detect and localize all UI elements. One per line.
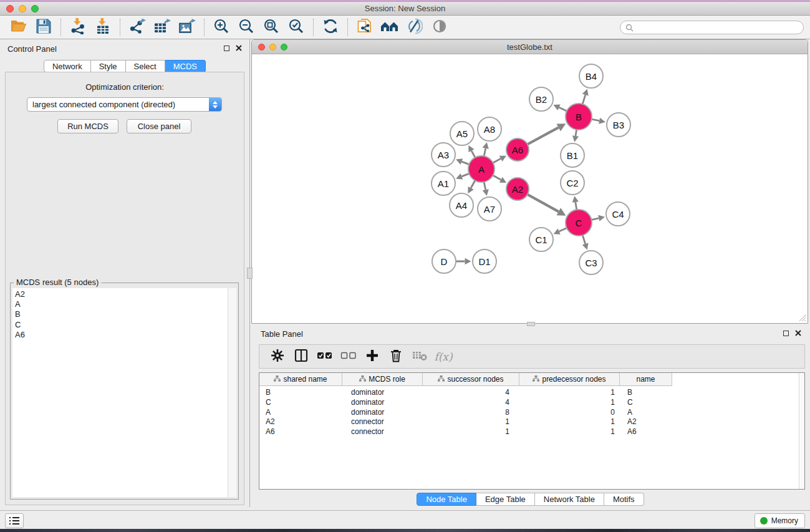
zoom-out-button[interactable] bbox=[234, 17, 259, 38]
tab-network[interactable]: Network bbox=[44, 60, 91, 72]
graph-node-A1[interactable]: A1 bbox=[432, 172, 455, 195]
column-header-predecessor-nodes[interactable]: predecessor nodes bbox=[519, 373, 620, 386]
column-header-shared-name[interactable]: shared name bbox=[259, 373, 342, 386]
column-header-successor-nodes[interactable]: successor nodes bbox=[423, 373, 519, 386]
table-cell[interactable]: 1 bbox=[519, 398, 620, 408]
resize-grip-icon[interactable] bbox=[798, 313, 806, 322]
import-network-button[interactable] bbox=[65, 17, 90, 38]
table-cell[interactable]: A2 bbox=[259, 417, 342, 427]
clone-network-button[interactable] bbox=[352, 17, 377, 38]
table-cell[interactable]: 0 bbox=[519, 408, 620, 418]
table-cell[interactable]: connector bbox=[342, 427, 423, 437]
table-cell[interactable]: 1 bbox=[519, 388, 620, 398]
save-session-button[interactable] bbox=[31, 17, 56, 38]
graph-node-D[interactable]: D bbox=[432, 249, 456, 273]
table-settings-button[interactable] bbox=[266, 346, 289, 367]
mcds-result-item[interactable]: A6 bbox=[15, 330, 228, 340]
table-cell[interactable]: A bbox=[259, 408, 342, 418]
graph-node-A3[interactable]: A3 bbox=[432, 143, 455, 167]
float-panel-icon[interactable] bbox=[224, 46, 229, 51]
run-mcds-button[interactable]: Run MCDS bbox=[57, 119, 118, 133]
table-cell[interactable]: dominator bbox=[342, 388, 423, 398]
table-row[interactable]: Adominator80A bbox=[259, 408, 804, 418]
graph-node-C[interactable]: C bbox=[566, 210, 592, 236]
table-cell[interactable]: 1 bbox=[423, 427, 519, 437]
table-cell[interactable]: A bbox=[620, 408, 672, 418]
task-history-button[interactable] bbox=[5, 513, 24, 528]
table-row[interactable]: A6connector11A6 bbox=[259, 427, 804, 437]
graph-node-B[interactable]: B bbox=[566, 104, 592, 130]
graph-node-B1[interactable]: B1 bbox=[561, 143, 584, 167]
add-entry-button[interactable] bbox=[360, 346, 384, 367]
zoom-selected-button[interactable] bbox=[284, 17, 309, 38]
graph-node-A4[interactable]: A4 bbox=[450, 193, 473, 217]
table-cell[interactable]: A6 bbox=[259, 427, 342, 437]
graph-node-D1[interactable]: D1 bbox=[473, 249, 496, 273]
tab-select[interactable]: Select bbox=[126, 60, 165, 72]
tab-edge-table[interactable]: Edge Table bbox=[476, 493, 535, 506]
table-cell[interactable]: C bbox=[259, 398, 342, 408]
table-row[interactable]: Bdominator41B bbox=[259, 388, 804, 398]
column-header-name[interactable]: name bbox=[620, 373, 672, 386]
open-session-button[interactable] bbox=[6, 17, 31, 38]
graph-node-B2[interactable]: B2 bbox=[529, 87, 553, 111]
table-cell[interactable]: B bbox=[620, 388, 672, 398]
close-table-panel-icon[interactable] bbox=[795, 330, 801, 336]
graph-node-C3[interactable]: C3 bbox=[579, 251, 603, 274]
table-cell[interactable]: 4 bbox=[423, 388, 519, 398]
mcds-result-item[interactable]: B bbox=[15, 309, 228, 319]
graph-node-C4[interactable]: C4 bbox=[606, 202, 630, 226]
tab-mcds[interactable]: MCDS bbox=[165, 60, 206, 72]
graph-node-B4[interactable]: B4 bbox=[579, 64, 603, 88]
graph-node-B3[interactable]: B3 bbox=[607, 113, 630, 137]
table-cell[interactable]: 1 bbox=[519, 417, 620, 427]
table-cell[interactable]: 4 bbox=[423, 398, 519, 408]
graph-node-A8[interactable]: A8 bbox=[478, 117, 501, 141]
graph-node-C2[interactable]: C2 bbox=[561, 171, 584, 195]
graph-node-A5[interactable]: A5 bbox=[450, 122, 474, 145]
close-panel-button[interactable]: Close panel bbox=[127, 119, 191, 133]
zoom-in-button[interactable] bbox=[209, 17, 234, 38]
toggle-graphics-details-button[interactable] bbox=[402, 17, 427, 38]
graph-node-A6[interactable]: A6 bbox=[506, 138, 529, 161]
network-window-titlebar[interactable]: testGlobe.txt bbox=[252, 40, 808, 54]
table-cell[interactable]: dominator bbox=[342, 408, 423, 418]
refresh-view-button[interactable] bbox=[318, 17, 343, 38]
graph-node-C1[interactable]: C1 bbox=[529, 228, 553, 251]
search-input[interactable] bbox=[637, 23, 798, 32]
vertical-splitter-handle[interactable] bbox=[247, 268, 253, 279]
table-row[interactable]: A2connector11A2 bbox=[259, 417, 804, 427]
mcds-result-scrollbar[interactable] bbox=[228, 288, 236, 497]
delete-entry-button[interactable] bbox=[384, 346, 408, 367]
tab-motifs[interactable]: Motifs bbox=[604, 493, 644, 506]
network-canvas[interactable]: B4B2BB3A8A5A6A3B1AA1C2A2A4A7C4CC1DD1C3 bbox=[253, 55, 808, 324]
tab-network-table[interactable]: Network Table bbox=[535, 493, 604, 506]
zoom-fit-button[interactable] bbox=[259, 17, 284, 38]
search-box[interactable] bbox=[620, 21, 804, 34]
tab-style[interactable]: Style bbox=[91, 60, 126, 72]
import-table-button[interactable] bbox=[90, 17, 115, 38]
table-cell[interactable]: connector bbox=[342, 417, 423, 427]
column-header-MCDS-role[interactable]: MCDS role bbox=[342, 373, 423, 386]
table-row[interactable]: Cdominator41C bbox=[259, 398, 804, 408]
graph-node-A[interactable]: A bbox=[468, 156, 494, 182]
table-cell[interactable]: A2 bbox=[620, 417, 672, 427]
close-panel-icon[interactable] bbox=[236, 45, 242, 51]
table-cell[interactable]: 1 bbox=[423, 417, 519, 427]
graph-node-A7[interactable]: A7 bbox=[478, 197, 501, 221]
table-cell[interactable]: B bbox=[259, 388, 342, 398]
show-hide-panel-button[interactable] bbox=[427, 17, 452, 38]
mcds-result-item[interactable]: A2 bbox=[15, 289, 228, 299]
tab-node-table[interactable]: Node Table bbox=[417, 493, 476, 506]
memory-button[interactable]: Memory bbox=[755, 513, 805, 528]
table-cell[interactable]: A6 bbox=[620, 427, 672, 437]
table-cell[interactable]: 1 bbox=[519, 427, 620, 437]
split-panel-button[interactable] bbox=[289, 346, 313, 367]
table-cell[interactable]: dominator bbox=[342, 398, 423, 408]
first-neighbors-button[interactable] bbox=[377, 17, 402, 38]
mcds-result-item[interactable]: C bbox=[15, 320, 228, 330]
export-image-button[interactable] bbox=[175, 17, 200, 38]
graph-node-A2[interactable]: A2 bbox=[506, 178, 529, 200]
optimization-criterion-dropdown[interactable]: largest connected component (directed) bbox=[27, 97, 222, 112]
mcds-result-item[interactable]: A bbox=[15, 299, 228, 309]
